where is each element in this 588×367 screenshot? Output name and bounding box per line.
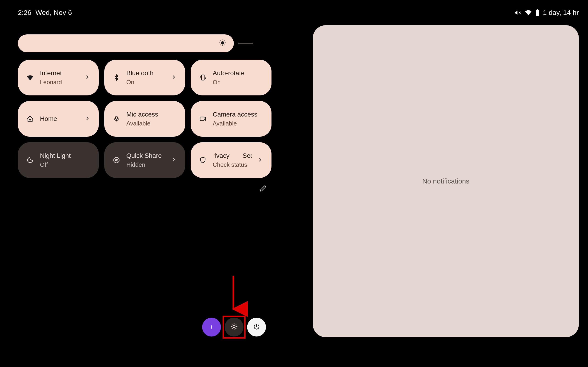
svg-point-2 <box>221 42 224 44</box>
tile-bluetooth[interactable]: Bluetooth On <box>104 60 185 95</box>
tile-subtitle: On <box>213 79 264 85</box>
tile-camera-access[interactable]: Camera access Available <box>191 101 271 137</box>
chevron-right-icon <box>171 74 177 81</box>
chevron-right-icon <box>257 157 264 163</box>
wifi-icon <box>26 74 35 81</box>
svg-rect-0 <box>536 10 539 16</box>
tile-home[interactable]: Home <box>18 101 99 137</box>
tile-title: Camera access <box>213 111 264 118</box>
user-switcher-button[interactable]: t <box>202 318 221 336</box>
tile-title: Bluetooth <box>126 69 165 77</box>
tile-title: Home <box>40 115 79 123</box>
annotation-arrow <box>226 276 240 316</box>
tile-subtitle: Available <box>126 120 177 127</box>
tile-night-light[interactable]: Night Light Off <box>18 142 99 178</box>
brightness-slider[interactable] <box>18 34 234 52</box>
svg-point-4 <box>30 119 31 120</box>
tile-title: rivacy Sec <box>213 152 252 159</box>
quick-settings-footer: t <box>202 318 266 336</box>
tile-subtitle: Available <box>213 120 264 127</box>
quick-settings-panel: Internet Leonard Bluetooth On <box>18 34 271 194</box>
mute-icon <box>514 9 521 16</box>
brightness-row <box>18 34 271 52</box>
tile-title: Mic access <box>126 111 177 118</box>
svg-rect-6 <box>200 117 204 121</box>
camera-icon <box>199 115 207 123</box>
tile-title: Internet <box>40 69 79 77</box>
edit-tiles-button[interactable] <box>258 184 269 194</box>
settings-button[interactable] <box>225 318 243 336</box>
svg-point-8 <box>233 325 235 328</box>
tile-title: Auto-rotate <box>213 69 264 77</box>
status-time: 2:26 <box>18 9 31 17</box>
tile-subtitle: Leonard <box>40 79 79 85</box>
home-icon <box>26 115 35 123</box>
chevron-right-icon <box>171 157 177 163</box>
tile-subtitle: Off <box>40 161 91 168</box>
tile-security-privacy[interactable]: rivacy Sec Check status <box>191 142 271 178</box>
tile-internet[interactable]: Internet Leonard <box>18 60 99 95</box>
svg-point-7 <box>114 157 119 163</box>
night-light-icon <box>26 157 35 164</box>
svg-rect-3 <box>201 75 204 80</box>
battery-text: 1 day, 14 hr <box>543 9 579 17</box>
tile-quick-share[interactable]: Quick Share Hidden <box>104 142 185 178</box>
notifications-panel[interactable]: No notifications <box>313 25 579 337</box>
battery-icon <box>536 9 539 16</box>
chevron-right-icon <box>85 116 91 122</box>
chevron-right-icon <box>85 74 91 81</box>
svg-rect-1 <box>536 9 538 10</box>
brightness-track-remainder[interactable] <box>238 43 253 44</box>
tile-subtitle: Hidden <box>126 161 165 168</box>
mic-icon <box>112 115 121 122</box>
tile-subtitle: On <box>126 79 165 85</box>
tile-title: Quick Share <box>126 152 165 159</box>
bluetooth-icon <box>112 74 121 81</box>
gear-icon <box>230 323 238 332</box>
tile-autorotate[interactable]: Auto-rotate On <box>191 60 271 95</box>
quick-settings-tiles: Internet Leonard Bluetooth On <box>18 60 271 178</box>
power-icon <box>253 323 260 331</box>
wifi-icon <box>525 9 532 16</box>
notifications-empty-text: No notifications <box>422 177 469 185</box>
autorotate-icon <box>199 74 207 81</box>
tile-title: Night Light <box>40 152 91 159</box>
shield-icon <box>199 157 207 164</box>
status-bar: 2:26 Wed, Nov 6 1 day, 14 hr <box>18 9 579 17</box>
pencil-icon <box>260 185 267 193</box>
svg-rect-5 <box>115 116 117 119</box>
brightness-icon <box>219 39 226 48</box>
quick-share-icon <box>112 156 121 164</box>
status-date: Wed, Nov 6 <box>35 9 72 17</box>
power-button[interactable] <box>247 318 266 336</box>
status-icons: 1 day, 14 hr <box>514 9 579 17</box>
tile-mic-access[interactable]: Mic access Available <box>104 101 185 137</box>
tile-subtitle: Check status <box>213 161 252 168</box>
user-initial: t <box>211 324 212 330</box>
